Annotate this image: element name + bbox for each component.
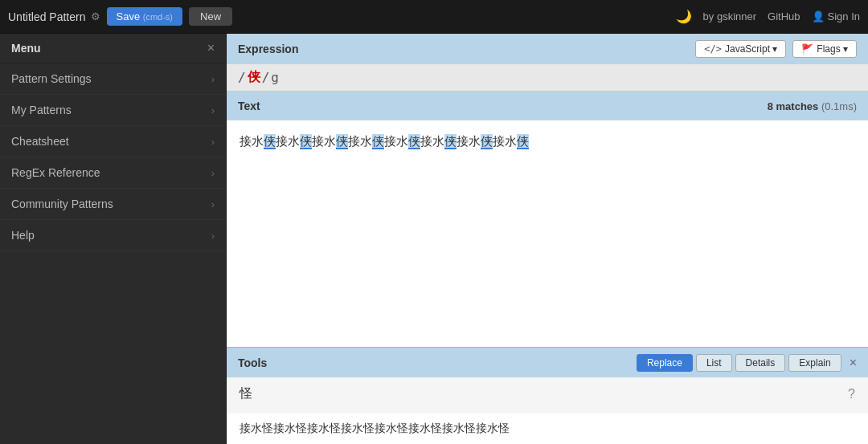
new-button[interactable]: New [189, 7, 232, 26]
menu-label: Menu [11, 42, 41, 55]
sidebar-item-regex-reference[interactable]: RegEx Reference › [0, 157, 226, 189]
language-selector[interactable]: </> JavaScript ▾ [695, 40, 786, 58]
match-7: 侠 [481, 134, 493, 149]
code-icon: </> [704, 43, 722, 55]
author-link[interactable]: gskinner [717, 10, 756, 22]
text-label: Text [238, 100, 260, 112]
expression-bar: Expression </> JavaScript ▾ 🚩 Flags ▾ [227, 34, 868, 64]
dark-mode-toggle[interactable]: 🌙 [676, 9, 692, 24]
by-label: by gskinner [703, 10, 757, 22]
top-bar: Untitled Pattern ⚙ Save (cmd-s) New 🌙 by… [0, 0, 868, 34]
sidebar-item-help[interactable]: Help › [0, 220, 226, 251]
matches-time: (0.1ms) [821, 100, 857, 112]
match-5: 侠 [408, 134, 420, 149]
match-6: 侠 [444, 134, 457, 149]
tools-result: 接水怪接水怪接水怪接水怪接水怪接水怪接水怪接水怪 [227, 413, 868, 444]
sidebar-item-community-patterns[interactable]: Community Patterns › [0, 189, 226, 220]
flag-icon: 🚩 [801, 43, 813, 55]
sidebar: Menu × Pattern Settings › My Patterns › … [0, 34, 227, 444]
tools-label: Tools [238, 356, 267, 369]
chevron-right-icon: › [211, 198, 215, 210]
content-area: Expression </> JavaScript ▾ 🚩 Flags ▾ / … [227, 34, 868, 444]
language-label: JavaScript ▾ [725, 43, 777, 55]
replace-button[interactable]: Replace [637, 354, 693, 372]
match-4: 侠 [372, 134, 384, 149]
details-button[interactable]: Details [735, 354, 786, 372]
sign-in-button[interactable]: 👤 Sign In [812, 10, 860, 22]
list-button[interactable]: List [696, 354, 732, 372]
tools-content: 怪 ? [227, 377, 868, 413]
tools-buttons: Replace List Details Explain × [637, 354, 857, 372]
main-area: Menu × Pattern Settings › My Patterns › … [0, 34, 868, 444]
save-button[interactable]: Save (cmd-s) [107, 7, 183, 26]
sidebar-item-label: My Patterns [11, 104, 72, 116]
regex-pattern: 侠 [248, 69, 260, 86]
replace-row: 怪 ? [240, 385, 855, 402]
top-bar-right: 🌙 by gskinner GitHub 👤 Sign In [676, 9, 860, 24]
flags-selector[interactable]: 🚩 Flags ▾ [792, 40, 857, 58]
regex-open-slash: / [238, 70, 246, 85]
sidebar-item-pattern-settings[interactable]: Pattern Settings › [0, 63, 226, 95]
sidebar-item-cheatsheet[interactable]: Cheatsheet › [0, 126, 226, 157]
sidebar-item-label: RegEx Reference [11, 166, 100, 179]
text-header: Text 8 matches (0.1ms) [227, 92, 868, 120]
match-3: 侠 [336, 134, 348, 149]
explain-button[interactable]: Explain [788, 354, 841, 372]
chevron-right-icon: › [211, 73, 215, 85]
match-1: 侠 [264, 134, 276, 149]
chevron-right-icon: › [211, 104, 215, 116]
flags-label: Flags ▾ [817, 43, 848, 55]
matches-count: 8 matches [768, 100, 819, 112]
sidebar-item-label: Help [11, 229, 35, 242]
pattern-title: Untitled Pattern [8, 10, 86, 23]
chevron-right-icon: › [211, 167, 215, 179]
regex-flag: g [271, 70, 279, 85]
match-8: 侠 [517, 134, 529, 149]
sidebar-item-my-patterns[interactable]: My Patterns › [0, 95, 226, 126]
expression-label: Expression [238, 43, 298, 55]
tools-bar: Tools Replace List Details Explain × [227, 347, 868, 377]
chevron-right-icon: › [211, 136, 215, 148]
sidebar-item-label: Cheatsheet [11, 135, 69, 148]
regex-close-slash: / [262, 70, 270, 85]
close-tools-button[interactable]: × [850, 356, 857, 370]
text-content[interactable]: 接水侠接水侠接水侠接水侠接水侠接水侠接水侠接水侠 [227, 120, 868, 347]
match-2: 侠 [300, 134, 312, 149]
sidebar-item-label: Pattern Settings [11, 72, 92, 85]
chevron-right-icon: › [211, 230, 215, 242]
regex-input-row[interactable]: / 侠 / g [227, 64, 868, 92]
title-area: Untitled Pattern ⚙ [8, 10, 100, 23]
replace-char: 怪 [240, 385, 252, 402]
sidebar-item-label: Community Patterns [11, 198, 113, 210]
help-icon[interactable]: ? [848, 387, 855, 401]
github-link[interactable]: GitHub [768, 10, 800, 22]
gear-icon[interactable]: ⚙ [91, 10, 100, 22]
expression-controls: </> JavaScript ▾ 🚩 Flags ▾ [695, 40, 857, 58]
sidebar-close-button[interactable]: × [207, 42, 215, 55]
sidebar-header: Menu × [0, 34, 226, 63]
matches-info: 8 matches (0.1ms) [768, 100, 857, 112]
text-segment: 接水侠接水侠接水侠接水侠接水侠接水侠接水侠接水侠 [240, 134, 529, 149]
